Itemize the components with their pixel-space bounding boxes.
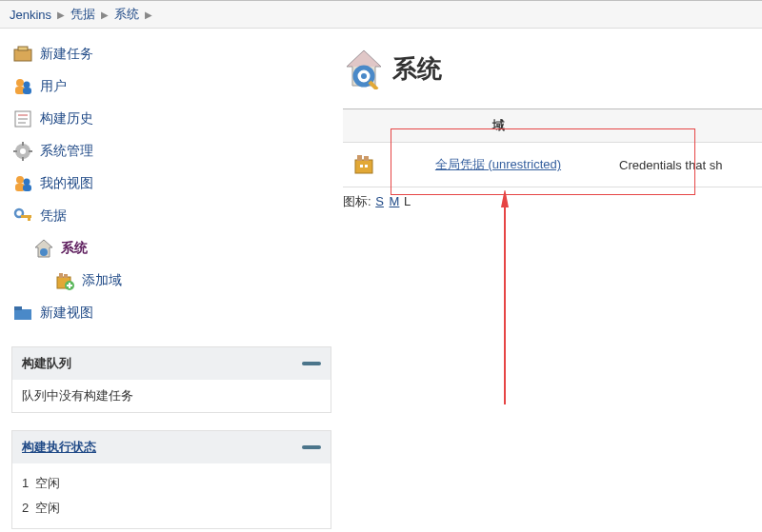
credentials-icon [11,205,34,227]
legend-prefix: 图标: [343,194,371,208]
svg-rect-1 [18,47,28,50]
table-header-domain: 域 [387,109,610,143]
chevron-right-icon: ▶ [57,10,65,20]
svg-point-2 [16,79,24,87]
table-row: 全局凭据 (unrestricted) Credentials that sh [343,143,762,187]
svg-point-3 [24,82,30,89]
sidebar-label: 系统 [61,240,88,257]
row-icon-cell [343,143,387,187]
row-desc: Credentials that sh [610,143,762,187]
domain-link[interactable]: 全局凭据 (unrestricted) [435,157,561,171]
executor-state: 空闲 [35,476,60,490]
sidebar-item-add-domain[interactable]: 添加域 [53,265,331,297]
sidebar-label: 构建历史 [40,110,93,128]
breadcrumb: Jenkins ▶ 凭据 ▶ 系统 ▶ [0,0,762,29]
svg-line-37 [370,82,377,89]
folder-icon [11,302,34,325]
icon-size-l: L [404,194,411,208]
build-queue-pane: 构建队列 队列中没有构建任务 [11,346,331,413]
sidebar-label: 用户 [40,78,67,95]
svg-point-17 [24,179,30,186]
executor-row: 2 空闲 [22,496,321,521]
svg-rect-32 [14,306,22,310]
sidebar-item-people[interactable]: 用户 [11,70,331,103]
collapse-icon[interactable] [302,445,321,449]
sidebar-item-new-view[interactable]: 新建视图 [11,297,331,329]
sidebar-label: 我的视图 [40,175,93,192]
svg-rect-22 [28,217,30,221]
build-queue-body: 队列中没有构建任务 [12,380,331,412]
gear-icon [11,140,34,163]
breadcrumb-credentials[interactable]: 凭据 [70,6,95,23]
svg-rect-27 [64,274,68,278]
executor-num: 1 [22,476,29,490]
sidebar-item-manage[interactable]: 系统管理 [11,135,331,167]
table-header-icon [343,109,387,143]
people-icon [11,75,34,98]
svg-rect-5 [23,88,31,94]
executor-pane: 构建执行状态 1 空闲 2 空闲 [11,430,331,529]
icon-size-legend: 图标: S M L [343,187,762,216]
new-job-icon [11,43,34,66]
breadcrumb-jenkins[interactable]: Jenkins [10,8,51,22]
build-queue-title: 构建队列 [22,355,71,372]
executor-title[interactable]: 构建执行状态 [22,439,96,456]
sidebar-item-system[interactable]: 系统 [32,232,331,265]
page-header: 系统 [343,48,762,89]
svg-rect-0 [14,49,31,61]
sidebar: 新建任务 用户 构建历史 系统管理 我的视图 凭据 系统 [0,29,343,532]
executor-body: 1 空闲 2 空闲 [12,463,331,528]
queue-empty-text: 队列中没有构建任务 [22,388,133,403]
svg-point-36 [361,73,367,79]
page-title: 系统 [392,52,442,86]
pane-header: 构建执行状态 [12,431,331,463]
chevron-right-icon: ▶ [101,10,109,20]
sidebar-item-credentials[interactable]: 凭据 [11,200,331,232]
sidebar-item-myviews[interactable]: 我的视图 [11,167,331,200]
sidebar-label: 凭据 [40,207,67,225]
svg-rect-41 [360,165,363,167]
executor-state: 空闲 [35,501,60,515]
domain-table: 域 全局凭据 (unrestricted) Credentials that s… [343,108,762,187]
chevron-right-icon: ▶ [145,10,152,20]
svg-rect-39 [357,155,362,161]
svg-point-24 [40,248,48,256]
svg-rect-40 [364,156,369,161]
domain-icon [352,152,377,177]
executor-num: 2 [22,501,29,515]
pane-header: 构建队列 [12,347,331,380]
sidebar-label: 系统管理 [40,143,93,160]
breadcrumb-system[interactable]: 系统 [114,6,139,23]
icon-size-s[interactable]: S [375,194,384,208]
table-header-desc [610,109,762,143]
sidebar-label: 添加域 [82,272,122,289]
svg-rect-38 [355,160,372,173]
add-domain-icon [53,269,76,292]
svg-marker-34 [347,50,381,67]
system-title-icon [343,48,385,89]
myview-icon [11,172,34,195]
icon-size-m[interactable]: M [390,194,400,208]
svg-point-16 [16,176,24,184]
main-content: 系统 域 全局凭据 (unrestricted) Credentials tha… [343,29,762,532]
sidebar-label: 新建视图 [40,305,93,322]
history-icon [11,108,34,130]
executor-row: 1 空闲 [22,471,321,496]
svg-point-11 [20,148,26,154]
svg-rect-26 [59,273,63,278]
sidebar-item-new-job[interactable]: 新建任务 [11,38,331,70]
svg-rect-19 [23,185,31,191]
system-icon [32,237,55,260]
sidebar-label: 新建任务 [40,46,93,63]
annotation-arrow [486,190,524,409]
sidebar-item-history[interactable]: 构建历史 [11,103,331,135]
svg-rect-42 [365,165,368,167]
svg-rect-31 [14,309,31,320]
collapse-icon[interactable] [302,362,321,365]
